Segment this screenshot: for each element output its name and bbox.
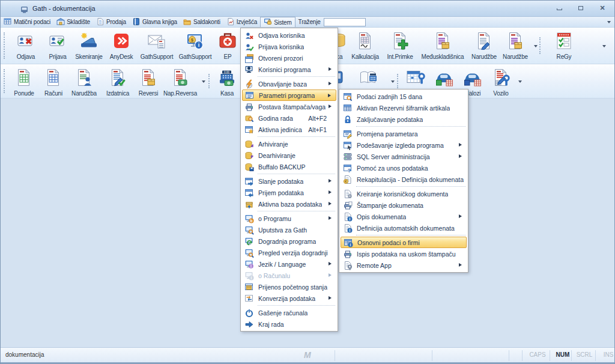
menu-item-postava-tampa-a-vaga[interactable]: Postava štampača/vaga [242,101,336,112]
toolbar-button-ra-uni[interactable]: Računi [40,66,67,96]
toolbar-grip[interactable] [4,32,7,59]
table-copy-icon [343,103,353,113]
menu-item-label: o Računalu [258,272,290,279]
menu-item-promjena-parametara[interactable]: Promjena parametara [341,128,467,139]
menu-item-parametri-programa[interactable]: Parametri programa [242,89,336,101]
menu-item-jezik-language[interactable]: Jezik / Language [242,258,336,270]
toolbar-button-nap-reversa[interactable]: Nap.Reversa [162,66,199,96]
menu-item-opis-dokumenata[interactable]: iOpis dokumenata [341,211,467,222]
menu-item-dearhiviranje[interactable]: Dearhiviranje [242,150,336,161]
search-input[interactable] [324,18,366,26]
toolbar-button-prijava[interactable]: Prijava [44,29,71,62]
doc-money-icon [171,68,190,89]
menu-item-rekapitulacija-definicija-dokumenata[interactable]: €Rekapitulacija - Definicija dokumenata [341,174,467,185]
toolbar-button-reversi[interactable]: Reversi [135,66,162,96]
menu-item-godina-rada[interactable]: Godina radaAlt+F2 [242,112,336,124]
menu-item-pode-avanje-izgleda-programa[interactable]: Podešavanje izgleda programa [341,139,467,151]
menubar-item-label: Saldakonti [193,19,220,25]
menu-item-ga-enje-ra-unala[interactable]: Gašenje računala [242,307,336,318]
toolbar-button-kalkulacija[interactable]: Kalkulacija [348,29,383,62]
menu-item-o-programu[interactable]: bo Programu [242,213,336,224]
toolbar-button-odjava[interactable]: Odjava [9,29,43,62]
menu-item-label: Slanje podataka [258,178,303,185]
toolbar-button-me-uskladi-nica[interactable]: Međuskladišnica [417,29,468,62]
toolbar-button-narud-be[interactable]: Narudžbe [469,29,499,62]
menu-item-kreiranje-korisni-kog-dokumenta[interactable]: Kreiranje korisničkog dokumenta [341,188,467,199]
toolbar-grip[interactable] [208,74,211,88]
toolbar-button-int-primke[interactable]: Int.Primke [384,29,416,62]
toolbar-button-label: Skeniranje [75,53,102,60]
menu-item-o-ra-unalu[interactable]: io Računalu [242,270,336,281]
menu-item-label: Podaci zadnjih 15 dana [357,93,422,100]
menu-item-aktivna-baza-podataka[interactable]: Aktivna baza podataka [242,198,336,210]
receive-icon [244,188,254,198]
toolbar-dropdown-chevron-icon[interactable] [532,28,539,64]
menubar-item-glavna-knjiga[interactable]: Glavna knjiga [129,17,180,27]
toolbar-button-gathsupport[interactable]: $iGathSupport [177,29,213,62]
toolbar-dropdown-chevron-icon[interactable] [199,64,207,98]
toolbar-dropdown-chevron-icon[interactable] [600,28,608,64]
maximize-button[interactable] [575,4,587,13]
toolbar-button-label: Međuskladišnica [422,53,464,60]
menu-item-prijenos-po-etnog-stanja[interactable]: Prijenos početnog stanja [242,281,336,293]
menu-item--tampanje-dokumenata[interactable]: Štampanje dokumenata [341,199,467,211]
menubar-item-saldakonti[interactable]: Saldakonti [180,17,223,27]
versions-icon [244,248,254,258]
toolbar-button-izdatnica[interactable]: Izdatnica [101,66,134,96]
menu-item-uputstva-za-gath[interactable]: Uputstva za Gath [242,224,336,235]
toolbar-grip[interactable] [397,74,400,88]
menu-item-prijem-podataka[interactable]: Prijem podataka [242,187,336,198]
menu-item-remote-app[interactable]: Remote App [341,259,467,271]
menu-item-aktivan-rezervni-ifrarnik-artikala[interactable]: Aktivan Rezervni šifrarnik artikala [341,102,467,114]
menu-item-ispis-podataka-na-uskom-tampa-u[interactable]: Ispis podataka na uskom štampaču [341,248,467,259]
menu-item-pomo-za-unos-podataka[interactable]: ?Pomoć za unos podataka [341,162,467,174]
menubar-item-skladi-te[interactable]: Skladište [53,17,93,27]
menu-item-arhiviranje[interactable]: Arhiviranje [242,138,336,150]
toolbar-button-kasa[interactable]: 0.00Kasa [213,66,241,96]
menu-item-slanje-podataka[interactable]: Slanje podataka [242,175,336,187]
toolbar-button-label: Vozilo [493,90,509,97]
menu-item-label: Rekapitulacija - Definicija dokumenata [357,176,464,183]
menubar-item-sistem[interactable]: Sistem [260,17,295,27]
toolbar-button-skeniranje[interactable]: Skeniranje [73,29,105,62]
menu-item-odjava-korisnika[interactable]: Odjava korisnika [242,29,336,41]
menu-item-pregled-verzija-dogradnji[interactable]: Pregled verzija dogradnji [242,247,336,258]
toolbar-button-ponude[interactable]: Ponude [9,66,39,96]
toolbar-button-narud-ba[interactable]: Narudžba [68,66,100,96]
menubar-item-prodaja[interactable]: Prodaja [93,17,129,27]
menu-item-definicija-automatskih-dokumenata[interactable]: iDefinicija automatskih dokumenata [341,222,467,234]
menu-item-sql-server-administracija[interactable]: SQL Server administracija [341,151,467,162]
menubar-item-izvje-a[interactable]: Izvješća [223,17,261,27]
toolbar-button-gathsupport[interactable]: GathSupport [138,29,176,62]
menu-item-label: Aktivna jedinica [258,126,302,133]
transfer-box-icon [244,282,254,292]
search-label: Traženje [295,17,324,27]
minimize-button[interactable] [553,4,565,13]
toolbar-button-anydesk[interactable]: AnyDesk [106,29,136,62]
menu-item-kraj-rada[interactable]: Kraj rada [242,318,336,330]
toolbar-button-vozilo[interactable]: Vozilo [487,66,515,96]
menu-item-aktivna-jedinica[interactable]: Aktivna jedinicaAlt+F1 [242,124,336,135]
toolbar-dropdown-chevron-icon[interactable] [516,64,524,98]
menu-item-label: Pregled verzija dogradnji [258,249,328,256]
toolbar-button-regy[interactable]: ReGy [542,29,586,62]
window-title: Gath - dokumentacija [32,5,95,12]
menu-item-prijava-korisnika[interactable]: Prijava korisnika [242,41,336,52]
menu-item-dogradnja-programa[interactable]: Dogradnja programa [242,235,336,247]
toolbar-grip[interactable] [4,69,7,93]
menu-item-podaci-zadnjih-15-dana[interactable]: Podaci zadnjih 15 dana [341,91,467,102]
menu-item-buffalo-backup[interactable]: Buffalo BACKUP [242,161,336,172]
statusbar-text: dokumentacija [5,351,44,358]
menu-item-obnavljanje-baza[interactable]: Obnavljanje baza [242,78,336,89]
close-button[interactable]: ✕ [596,4,608,13]
menubar-item-mati-ni-podaci[interactable]: Matični podaci [1,17,53,27]
menu-item-label: Ispis podataka na uskom štampaču [357,250,456,258]
menu-item-otvoreni-prozori[interactable]: Otvoreni prozori [242,52,336,64]
toolbar-button-ep[interactable]: EP [214,29,241,62]
chevron-down-icon[interactable] [607,21,611,25]
menu-item-zaklju-avanje-podataka[interactable]: Zaključavanje podataka [341,114,467,125]
toolbar-button-narud-be[interactable]: Narudžbe [500,29,530,62]
menu-item-osnovni-podaci-o-firmi[interactable]: iOsnovni podaci o firmi [341,237,467,248]
menu-item-korisnici-programa[interactable]: Korisnici programa [242,64,336,75]
menu-item-konverzija-podataka[interactable]: Konverzija podataka [242,293,336,304]
